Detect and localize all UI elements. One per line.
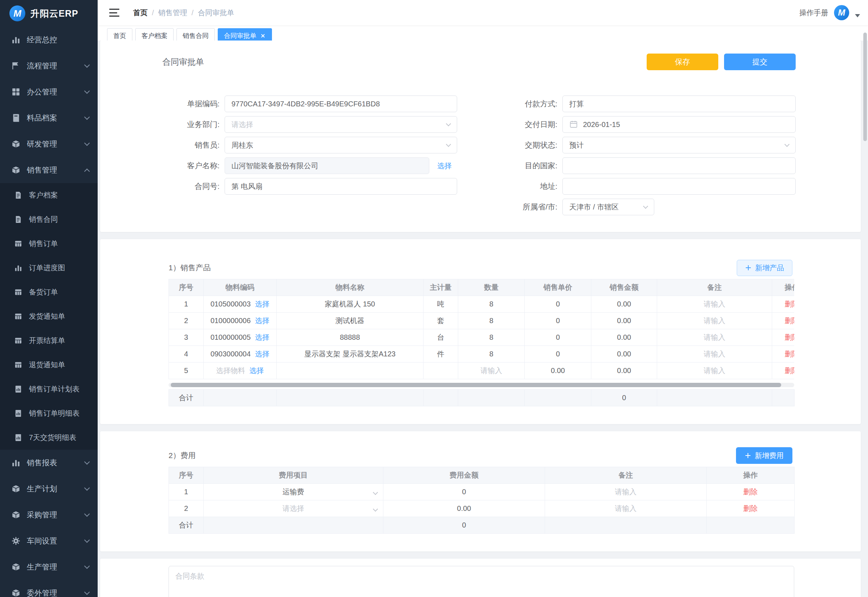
- actions-cell: 删除: [772, 329, 795, 346]
- avatar[interactable]: M: [834, 5, 849, 20]
- add-fee-button[interactable]: 新增费用: [736, 447, 792, 464]
- delete-row-link[interactable]: 删除: [743, 488, 758, 496]
- field-value: 9770CA17-3497-4DB2-995E-B49E9CF61BD8: [231, 100, 450, 108]
- fee-item-select[interactable]: 运输费: [204, 484, 384, 500]
- quantity-cell[interactable]: 8: [458, 329, 525, 346]
- contract-terms-textarea[interactable]: 合同条款: [169, 566, 794, 597]
- field-right_fields-2[interactable]: 预计: [562, 137, 795, 153]
- collapse-sidebar-icon[interactable]: [109, 9, 119, 16]
- field-value: 预计: [569, 140, 781, 150]
- breadcrumb-item-2[interactable]: 合同审批单: [198, 8, 234, 18]
- chevron-down-icon[interactable]: [855, 14, 860, 17]
- submit-button[interactable]: 提交: [724, 53, 795, 70]
- horizontal-scrollbar-thumb[interactable]: [171, 383, 781, 387]
- field-left_fields-4[interactable]: 第 电风扇: [225, 178, 457, 195]
- sidebar-item-7[interactable]: 生产计划: [0, 476, 98, 502]
- field-left_fields-0[interactable]: 9770CA17-3497-4DB2-995E-B49E9CF61BD8: [225, 95, 457, 112]
- field-left_fields-1[interactable]: 请选择: [225, 116, 457, 133]
- field-right_fields-1[interactable]: 2026-01-15: [562, 116, 795, 133]
- unit-price-cell[interactable]: 0: [525, 296, 591, 313]
- unit-price-cell[interactable]: 0: [525, 346, 591, 362]
- material-code-cell: 0100000006选择: [204, 313, 277, 329]
- select-material-link[interactable]: 选择: [255, 299, 270, 309]
- breadcrumb-item-0[interactable]: 首页: [133, 8, 148, 18]
- sidebar-item-6[interactable]: 销售报表: [0, 450, 98, 476]
- fee-amount-cell[interactable]: 0.00: [384, 500, 545, 517]
- fees-col-header: 备注: [545, 467, 707, 484]
- delete-row-link[interactable]: 删除: [743, 504, 758, 512]
- remark-cell[interactable]: 请输入: [545, 484, 707, 500]
- chevron-down-icon: [84, 459, 90, 465]
- sidebar-subitem-5-6[interactable]: 开票结算单: [0, 328, 98, 353]
- remark-cell[interactable]: 请输入: [657, 313, 772, 329]
- save-button[interactable]: 保存: [647, 53, 718, 70]
- office-icon: [11, 87, 21, 97]
- form-row: 合同号:第 电风扇: [162, 178, 457, 195]
- delete-row-link[interactable]: 删除: [785, 300, 795, 308]
- remark-cell[interactable]: 请输入: [657, 296, 772, 313]
- sidebar-item-2[interactable]: 办公管理: [0, 79, 98, 105]
- sidebar-item-10[interactable]: 生产管理: [0, 554, 98, 580]
- fees-card: 2）费用 新增费用 序号费用项目费用金额备注操作1运输费0请输入删除2请选择0.…: [100, 431, 861, 551]
- sidebar-item-5[interactable]: 销售管理: [0, 157, 98, 183]
- delete-row-link[interactable]: 删除: [785, 367, 795, 374]
- input-placeholder: 请输入: [704, 316, 726, 325]
- field-label: 目的国家:: [460, 160, 557, 171]
- sidebar-subitem-5-3[interactable]: 订单进度图: [0, 256, 98, 280]
- delete-row-link[interactable]: 删除: [785, 316, 795, 325]
- horizontal-scrollbar[interactable]: [169, 383, 794, 387]
- delete-row-link[interactable]: 删除: [785, 333, 795, 341]
- sidebar-item-0[interactable]: 经营总控: [0, 27, 98, 53]
- sidebar-subitem-5-0[interactable]: 客户档案: [0, 183, 98, 207]
- sidebar-subitem-5-7[interactable]: 退货通知单: [0, 353, 98, 377]
- quantity-cell[interactable]: 8: [458, 313, 525, 329]
- remark-cell[interactable]: 请输入: [657, 329, 772, 346]
- field-left_fields-2[interactable]: 周桂东: [225, 137, 457, 153]
- sidebar-subitem-5-2[interactable]: 销售订单: [0, 232, 98, 256]
- sidebar-submenu: 客户档案销售合同销售订单订单进度图备货订单发货通知单开票结算单退货通知单销售订单…: [0, 183, 98, 450]
- breadcrumb-item-1[interactable]: 销售管理: [158, 8, 187, 18]
- quantity-cell[interactable]: 8: [458, 296, 525, 313]
- field-right_fields-4[interactable]: [562, 178, 795, 195]
- sidebar-item-3[interactable]: 料品档案: [0, 105, 98, 131]
- vertical-scrollbar[interactable]: [863, 33, 867, 141]
- sidebar-subitem-5-8[interactable]: 销售订单计划表: [0, 377, 98, 401]
- manual-link[interactable]: 操作手册: [799, 8, 828, 18]
- remark-cell[interactable]: 请输入: [545, 500, 707, 517]
- quantity-cell[interactable]: 8: [458, 346, 525, 362]
- chevron-down-icon: [84, 590, 90, 595]
- select-customer-link[interactable]: 选择: [437, 161, 452, 171]
- fee-amount-cell[interactable]: 0: [384, 484, 545, 500]
- field-right_fields-3[interactable]: [562, 157, 795, 174]
- sidebar-subitem-5-5[interactable]: 发货通知单: [0, 304, 98, 328]
- sidebar-subitem-5-4[interactable]: 备货订单: [0, 280, 98, 304]
- material-code-cell: 0105000003选择: [204, 296, 277, 313]
- sidebar-item-1[interactable]: 流程管理: [0, 53, 98, 79]
- select-material-link[interactable]: 选择: [255, 316, 270, 326]
- chart-icon: [13, 263, 23, 273]
- sidebar-item-8[interactable]: 采购管理: [0, 502, 98, 528]
- select-material-link[interactable]: 选择: [255, 333, 270, 342]
- sidebar-item-label: 生产管理: [27, 562, 85, 572]
- sidebar-item-11[interactable]: 委外管理: [0, 580, 98, 597]
- unit-price-cell[interactable]: 0.00: [525, 362, 591, 379]
- select-material-link[interactable]: 选择: [250, 366, 264, 376]
- sidebar-item-4[interactable]: 研发管理: [0, 131, 98, 157]
- sidebar-subitem-5-10[interactable]: 7天交货明细表: [0, 426, 98, 450]
- field-right_fields-0[interactable]: 打算: [562, 95, 795, 112]
- select-material-link[interactable]: 选择: [255, 349, 270, 359]
- quantity-cell[interactable]: 请输入: [458, 362, 525, 379]
- field-right_fields-5[interactable]: 天津市 / 市辖区: [562, 199, 654, 215]
- add-product-button[interactable]: 新增产品: [737, 260, 792, 276]
- close-icon[interactable]: [260, 33, 266, 39]
- remark-cell[interactable]: 请输入: [657, 346, 772, 362]
- sidebar-subitem-5-1[interactable]: 销售合同: [0, 207, 98, 232]
- fee-item-select[interactable]: 请选择: [204, 500, 384, 517]
- unit-price-cell[interactable]: 0: [525, 313, 591, 329]
- sidebar-item-label: 销售报表: [27, 458, 85, 468]
- delete-row-link[interactable]: 删除: [785, 350, 795, 358]
- sidebar-item-9[interactable]: 车间设置: [0, 528, 98, 554]
- unit-price-cell[interactable]: 0: [525, 329, 591, 346]
- sidebar-subitem-5-9[interactable]: 销售订单明细表: [0, 401, 98, 426]
- remark-cell[interactable]: 请输入: [657, 362, 772, 379]
